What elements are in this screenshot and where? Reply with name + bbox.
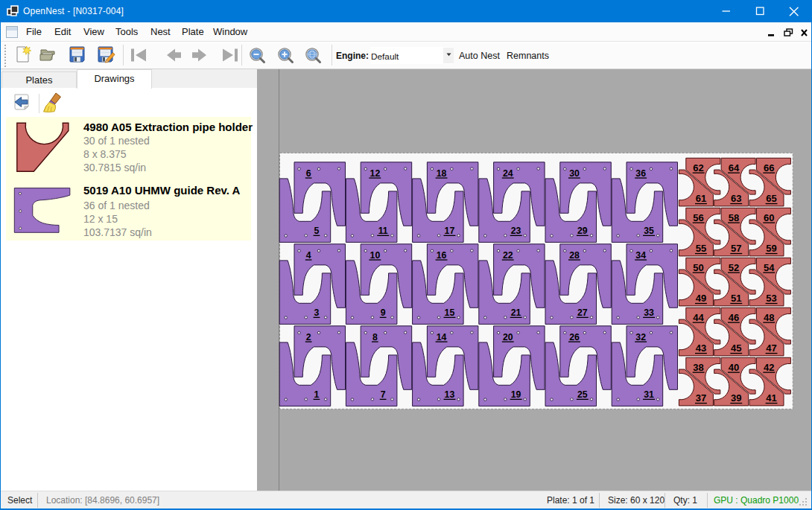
svg-text:55: 55 — [696, 243, 706, 254]
svg-text:38: 38 — [693, 362, 703, 373]
svg-text:2: 2 — [306, 332, 311, 342]
svg-text:4: 4 — [306, 250, 311, 261]
svg-text:62: 62 — [693, 162, 703, 173]
svg-text:37: 37 — [696, 392, 706, 404]
svg-text:36: 36 — [635, 168, 646, 179]
svg-text:48: 48 — [764, 312, 774, 323]
svg-text:34: 34 — [635, 250, 646, 261]
svg-text:30: 30 — [569, 168, 580, 179]
svg-text:9: 9 — [381, 307, 386, 318]
svg-text:22: 22 — [503, 250, 513, 261]
svg-text:27: 27 — [577, 307, 588, 318]
svg-text:24: 24 — [503, 168, 513, 179]
svg-text:39: 39 — [731, 392, 741, 404]
svg-text:1: 1 — [314, 389, 320, 400]
svg-text:17: 17 — [445, 226, 455, 236]
svg-text:32: 32 — [635, 332, 646, 342]
svg-text:5: 5 — [314, 226, 320, 236]
svg-text:14: 14 — [437, 332, 447, 342]
svg-text:57: 57 — [731, 243, 741, 254]
svg-text:49: 49 — [696, 293, 706, 304]
svg-text:58: 58 — [729, 212, 739, 223]
svg-text:61: 61 — [696, 193, 706, 204]
svg-text:16: 16 — [437, 250, 447, 261]
svg-text:23: 23 — [511, 226, 521, 236]
svg-text:31: 31 — [644, 389, 654, 400]
svg-text:29: 29 — [577, 226, 588, 236]
svg-text:64: 64 — [729, 162, 740, 173]
svg-text:44: 44 — [693, 312, 704, 323]
svg-text:12: 12 — [370, 168, 381, 179]
svg-text:28: 28 — [569, 250, 580, 261]
svg-text:43: 43 — [696, 342, 706, 354]
svg-text:3: 3 — [314, 307, 320, 318]
svg-text:15: 15 — [445, 307, 455, 318]
svg-text:26: 26 — [569, 332, 580, 342]
svg-text:45: 45 — [731, 342, 741, 354]
svg-text:42: 42 — [764, 362, 774, 373]
svg-text:47: 47 — [766, 342, 776, 354]
svg-text:35: 35 — [644, 226, 654, 236]
svg-text:6: 6 — [306, 168, 311, 179]
svg-text:50: 50 — [693, 262, 703, 273]
svg-text:21: 21 — [511, 307, 521, 318]
svg-text:54: 54 — [764, 262, 775, 273]
svg-text:33: 33 — [644, 307, 654, 318]
svg-text:10: 10 — [370, 250, 381, 261]
svg-text:51: 51 — [731, 293, 741, 304]
svg-text:46: 46 — [729, 312, 739, 323]
svg-text:18: 18 — [437, 168, 447, 179]
svg-text:66: 66 — [764, 162, 774, 173]
svg-text:13: 13 — [445, 389, 455, 400]
svg-text:53: 53 — [766, 293, 776, 304]
svg-text:60: 60 — [764, 212, 774, 223]
svg-text:19: 19 — [511, 389, 521, 400]
svg-text:65: 65 — [766, 193, 776, 204]
svg-text:52: 52 — [729, 262, 739, 273]
svg-text:40: 40 — [729, 362, 739, 373]
svg-text:63: 63 — [731, 193, 741, 204]
svg-text:25: 25 — [577, 389, 588, 400]
svg-text:59: 59 — [766, 243, 776, 254]
svg-text:20: 20 — [503, 332, 513, 342]
svg-text:7: 7 — [381, 389, 386, 400]
svg-text:8: 8 — [372, 332, 378, 342]
svg-text:56: 56 — [693, 212, 703, 223]
svg-text:41: 41 — [766, 392, 776, 404]
svg-text:11: 11 — [378, 226, 388, 236]
